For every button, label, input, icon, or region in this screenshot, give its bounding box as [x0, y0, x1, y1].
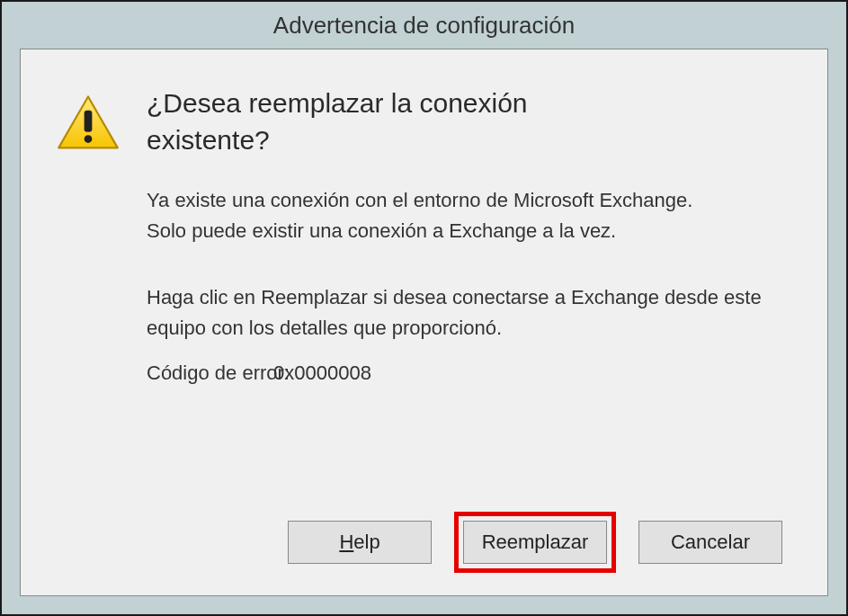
error-code-row: Código de error: 0x0000008	[147, 362, 791, 385]
button-row: Help Reemplazar Cancelar	[57, 503, 791, 573]
error-code-label: Código de error:	[147, 362, 290, 385]
dialog-paragraph-1: Ya existe una conexión con el entorno de…	[147, 185, 704, 246]
window-title: Advertencia de configuración	[273, 12, 575, 40]
help-button[interactable]: Help	[288, 521, 432, 564]
warning-icon	[57, 94, 120, 152]
dialog-heading: ¿Desea reemplazar la conexión existente?	[147, 85, 614, 158]
dialog-paragraph-2: Haga clic en Reemplazar si desea conecta…	[147, 282, 791, 344]
error-code-value: 0x0000008	[273, 362, 371, 385]
replace-button-highlight: Reemplazar	[454, 512, 616, 573]
dialog-content: ¿Desea reemplazar la conexión existente?…	[20, 49, 828, 596]
cancel-button[interactable]: Cancelar	[638, 521, 782, 564]
svg-point-2	[85, 135, 93, 143]
replace-button[interactable]: Reemplazar	[463, 521, 607, 564]
title-bar: Advertencia de configuración	[2, 2, 846, 49]
svg-rect-1	[85, 111, 93, 132]
